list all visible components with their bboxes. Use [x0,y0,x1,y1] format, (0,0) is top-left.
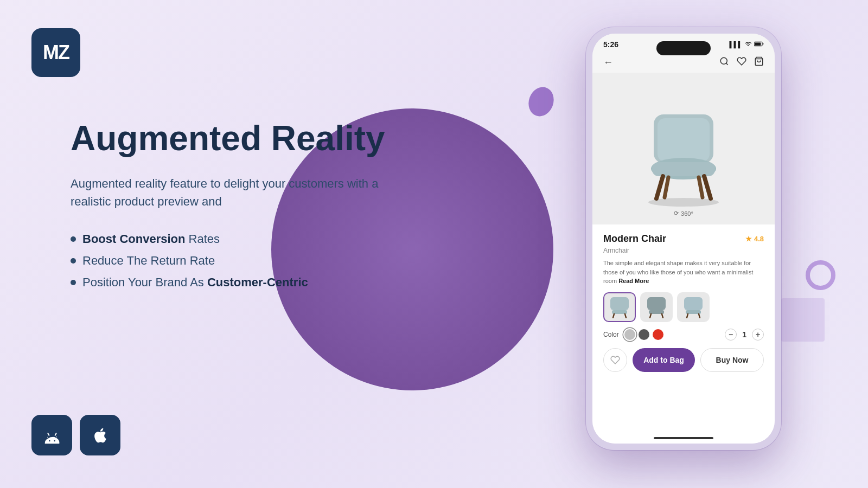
logo-text: MZ [43,43,69,62]
signal-icon: ▌▌▌ [730,41,742,48]
platform-icons [31,415,120,455]
color-section: Color [603,329,663,340]
read-more-link[interactable]: Read More [618,278,649,284]
product-image-area: ⟳ 360° [592,73,775,224]
search-icon[interactable] [719,56,729,68]
status-bar: 5:26 ▌▌▌ [592,34,775,52]
product-header: Modern Chair ★ 4.8 [603,233,764,245]
cart-icon[interactable] [754,56,764,68]
svg-rect-2 [763,43,764,45]
svg-rect-14 [610,297,629,310]
bg-decoration-ring-small [806,260,835,290]
feature-bold-1: Boost Conversion [82,232,185,246]
svg-rect-18 [647,297,666,310]
thumbnail-1[interactable] [603,292,636,322]
rotation-label: ⟳ 360° [674,210,693,217]
feature-item-2: Reduce The Return Rate [71,254,407,268]
android-icon[interactable] [31,415,72,455]
features-list: Boost Conversion Rates Reduce The Return… [71,232,407,290]
rating-value: 4.8 [754,235,764,243]
apple-icon[interactable] [80,415,120,455]
phone-frame: 5:26 ▌▌▌ ← [586,27,781,450]
svg-line-17 [625,314,626,318]
color-dots [624,329,663,340]
product-name: Modern Chair [603,233,666,245]
svg-line-9 [656,176,663,198]
quantity-value: 1 [742,330,746,339]
buy-now-button[interactable]: Buy Now [700,348,764,372]
bullet-2 [71,258,76,264]
svg-line-10 [704,176,711,198]
apple-svg [92,427,109,444]
svg-line-25 [699,314,700,318]
dynamic-island [656,41,711,55]
status-icons: ▌▌▌ [730,41,764,48]
product-rating: ★ 4.8 [745,235,764,243]
svg-line-12 [699,177,703,197]
rotation-dots-icon: ⟳ [674,210,679,217]
color-label: Color [603,331,619,338]
color-option-dark[interactable] [639,329,649,340]
wishlist-nav-icon[interactable] [737,56,746,68]
svg-rect-8 [652,162,715,176]
svg-line-21 [662,314,663,318]
thumbnail-2[interactable] [640,292,673,322]
product-description: The simple and elegant shape makes it ve… [603,259,764,286]
action-buttons: Add to Bag Buy Now [603,348,764,372]
product-category: Armchair [603,247,764,254]
status-time: 5:26 [603,40,618,49]
svg-line-24 [687,314,688,318]
svg-point-13 [648,198,719,207]
svg-line-11 [665,177,668,197]
feature-item-1: Boost Conversion Rates [71,232,407,246]
thumbnail-3[interactable] [677,292,710,322]
bullet-1 [71,236,76,242]
nav-right-icons [719,56,764,68]
home-indicator [592,434,775,444]
feature-text-3: Position Your Brand As Customer-Centric [82,275,308,290]
svg-line-20 [650,314,651,318]
phone-screen: 5:26 ▌▌▌ ← [592,34,775,444]
feature-item-3: Position Your Brand As Customer-Centric [71,275,407,290]
quantity-control: − 1 + [725,329,764,341]
svg-rect-6 [658,118,710,162]
bg-decoration-rect [781,298,825,342]
svg-line-16 [613,314,614,318]
android-svg [43,427,61,444]
bullet-3 [71,280,76,285]
thumbnail-chair-3 [681,296,705,318]
color-option-red[interactable] [653,329,663,340]
color-quantity-row: Color − 1 + [603,329,764,341]
home-bar [654,437,713,439]
main-title: Augmented Reality [71,119,407,157]
left-content: Augmented Reality Augmented reality feat… [71,119,407,297]
svg-point-3 [720,57,727,64]
product-info: Modern Chair ★ 4.8 Armchair The simple a… [592,224,775,434]
feature-text-1: Boost Conversion Rates [82,232,220,246]
bg-decoration-ellipse [525,84,558,120]
back-button[interactable]: ← [603,57,613,68]
wifi-icon [744,41,752,48]
color-option-gray[interactable] [624,329,635,340]
battery-icon [754,41,764,48]
app-logo: MZ [31,28,80,77]
quantity-decrease-button[interactable]: − [725,329,737,341]
chair-image [629,98,738,207]
feature-bold-3: Customer-Centric [207,275,308,289]
thumbnail-chair-1 [608,296,631,318]
quantity-increase-button[interactable]: + [752,329,764,341]
feature-text-2: Reduce The Return Rate [82,254,215,268]
thumbnail-chair-2 [644,296,668,318]
product-thumbnails [603,292,764,322]
star-icon: ★ [745,235,752,243]
wishlist-button[interactable] [603,348,627,372]
phone-mockup: 5:26 ▌▌▌ ← [586,27,781,450]
svg-rect-1 [755,42,761,45]
subtitle: Augmented reality feature to delight you… [71,175,407,210]
svg-rect-22 [684,297,703,310]
rotation-text: 360° [681,210,693,217]
add-to-bag-button[interactable]: Add to Bag [633,348,695,372]
